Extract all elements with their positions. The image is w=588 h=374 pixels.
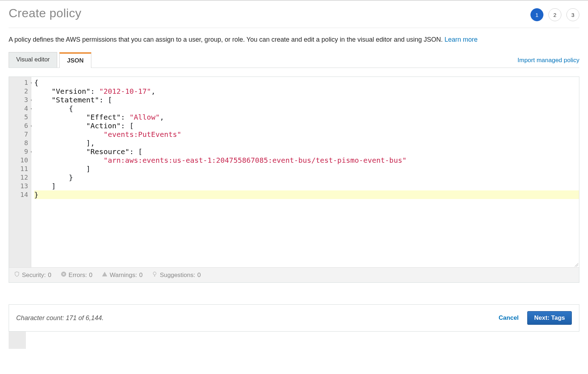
cancel-button[interactable]: Cancel — [497, 314, 521, 322]
character-count: Character count: 171 of 6,144. — [16, 314, 104, 322]
import-managed-policy-link[interactable]: Import managed policy — [518, 53, 579, 68]
tabs-row: Visual editor JSON Import managed policy — [9, 52, 579, 68]
status-suggestions-count: 0 — [197, 272, 201, 279]
editor-code-area[interactable]: { "Version": "2012-10-17", "Statement": … — [31, 77, 579, 267]
status-warnings-count: 0 — [139, 272, 142, 279]
status-errors[interactable]: Errors: 0 — [61, 271, 92, 279]
editor-tabs: Visual editor JSON — [9, 52, 91, 68]
status-errors-label: Errors: — [69, 272, 87, 279]
warning-icon — [102, 271, 108, 279]
description-text: A policy defines the AWS permissions tha… — [9, 36, 445, 43]
tab-json[interactable]: JSON — [59, 52, 91, 68]
status-errors-count: 0 — [89, 272, 92, 279]
wizard-step-3[interactable]: 3 — [566, 8, 579, 21]
editor-status-bar: Security: 0 Errors: 0 Warnings: 0 — [9, 267, 579, 282]
divider — [9, 28, 579, 28]
wizard-step-1[interactable]: 1 — [530, 8, 543, 21]
status-suggestions[interactable]: Suggestions: 0 — [152, 271, 201, 279]
error-icon — [61, 271, 67, 279]
status-security-label: Security: — [22, 272, 46, 279]
bulb-icon — [152, 271, 158, 279]
wizard-step-2[interactable]: 2 — [548, 8, 561, 21]
editor-gutter: 1234567891011121314 — [9, 77, 31, 267]
bottom-stub — [9, 332, 26, 349]
page-title: Create policy — [9, 6, 81, 20]
tab-visual-editor[interactable]: Visual editor — [9, 52, 57, 68]
shield-icon — [14, 271, 20, 279]
page-description: A policy defines the AWS permissions tha… — [9, 36, 579, 43]
policy-json-editor[interactable]: 1234567891011121314 { "Version": "2012-1… — [9, 77, 579, 267]
wizard-steps: 1 2 3 — [530, 6, 579, 21]
wizard-footer: Character count: 171 of 6,144. Cancel Ne… — [9, 304, 579, 332]
status-security-count: 0 — [48, 272, 51, 279]
svg-point-1 — [153, 272, 156, 275]
footer-actions: Cancel Next: Tags — [497, 311, 572, 325]
status-security[interactable]: Security: 0 — [14, 271, 51, 279]
status-warnings-label: Warnings: — [110, 272, 137, 279]
learn-more-link[interactable]: Learn more — [445, 36, 478, 43]
status-suggestions-label: Suggestions: — [160, 272, 195, 279]
next-tags-button[interactable]: Next: Tags — [527, 311, 572, 325]
policy-editor-panel: 1234567891011121314 { "Version": "2012-1… — [9, 77, 579, 283]
status-warnings[interactable]: Warnings: 0 — [102, 271, 142, 279]
page-header: Create policy 1 2 3 — [9, 3, 579, 21]
